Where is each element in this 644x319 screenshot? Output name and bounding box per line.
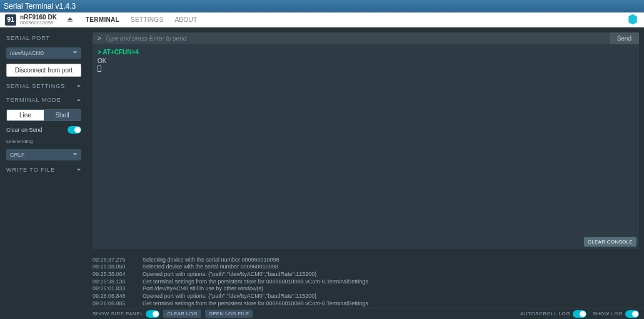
command-input[interactable] xyxy=(104,32,610,44)
sidebar: SERIAL PORT /dev/ttyACM0 Disconnect from… xyxy=(0,27,88,319)
tab-about[interactable]: ABOUT xyxy=(174,16,197,23)
side-panel-label: SHOW SIDE PANEL xyxy=(93,311,143,317)
log-line: 09:25:38.050Selected device with the ser… xyxy=(93,263,639,271)
log-line: 09:25:38.064Opened port with options: {"… xyxy=(93,271,639,278)
device-icon: 91 xyxy=(5,14,16,26)
footer-bar: SHOW SIDE PANEL CLEAR LOG OPEN LOG FILE … xyxy=(88,308,644,319)
section-serial-port[interactable]: SERIAL PORT xyxy=(6,34,81,42)
clear-console-button[interactable]: CLEAR CONSOLE xyxy=(584,237,636,247)
window-title: Serial Terminal v1.4.3 xyxy=(4,2,76,11)
section-serial-settings[interactable]: SERIAL SETTINGS xyxy=(6,82,81,91)
log-message: Get terminal settings from the persisten… xyxy=(143,300,368,308)
port-select[interactable]: /dev/ttyACM0 xyxy=(6,47,81,59)
show-log-label: SHOW LOG xyxy=(593,311,623,317)
eject-icon[interactable] xyxy=(67,16,73,24)
clear-on-send-toggle[interactable] xyxy=(68,126,81,134)
send-button[interactable]: Send xyxy=(610,32,639,44)
autoscroll-log-toggle[interactable] xyxy=(573,310,586,318)
log-time: 09:26:06.848 xyxy=(93,293,133,300)
log-line: 09:26:01.833Port /dev/ttyACM0 still in u… xyxy=(93,285,639,293)
section-terminal-mode-label: TERMINAL MODE xyxy=(6,97,61,103)
log-time: 09:26:01.833 xyxy=(93,285,133,293)
console-output[interactable]: > AT+CFUN=4 OK CLEAR CONSOLE xyxy=(93,44,639,249)
nordic-logo-icon xyxy=(626,13,639,27)
log-time: 09:25:37.275 xyxy=(93,257,133,264)
log-line: 09:25:37.275Selecting device with the se… xyxy=(93,257,639,264)
device-selector[interactable]: 91 nRF9160 DK 000960010098 xyxy=(5,14,57,26)
console-command-line: > AT+CFUN=4 xyxy=(98,48,634,57)
mode-shell-button[interactable]: Shell xyxy=(44,110,81,120)
section-write-to-file[interactable]: WRITE TO FILE xyxy=(6,165,81,174)
chevron-down-icon xyxy=(76,84,81,89)
tab-settings[interactable]: SETTINGS xyxy=(131,16,163,23)
log-line: 09:26:06.885Get terminal settings from t… xyxy=(93,300,639,308)
section-terminal-mode[interactable]: TERMINAL MODE xyxy=(6,96,81,104)
section-serial-port-label: SERIAL PORT xyxy=(6,35,50,41)
port-select-value: /dev/ttyACM0 xyxy=(10,50,44,56)
cursor-icon xyxy=(98,66,101,72)
prompt-icon: > xyxy=(93,32,104,44)
line-ending-select[interactable]: CRLF xyxy=(6,149,81,160)
disconnect-button[interactable]: Disconnect from port xyxy=(6,64,81,77)
mode-line-button[interactable]: Line xyxy=(7,110,44,120)
header-bar: 91 nRF9160 DK 000960010098 TERMINAL SETT… xyxy=(0,12,644,27)
log-message: Get terminal settings from the persisten… xyxy=(143,278,368,286)
tab-terminal[interactable]: TERMINAL xyxy=(86,16,119,23)
log-message: Selecting device with the serial number … xyxy=(143,257,279,264)
side-panel-toggle[interactable] xyxy=(146,310,159,318)
log-time: 09:25:38.050 xyxy=(93,263,133,271)
line-ending-value: CRLF xyxy=(10,152,25,158)
log-message: Port /dev/ttyACM0 still in use by other … xyxy=(143,285,263,293)
clear-log-button[interactable]: CLEAR LOG xyxy=(163,310,201,318)
tab-bar: TERMINAL SETTINGS ABOUT xyxy=(86,16,197,23)
chevron-down-icon xyxy=(73,50,78,56)
chevron-down-icon xyxy=(76,167,81,172)
log-panel[interactable]: 09:25:37.273Connected to device with the… xyxy=(88,254,644,308)
line-ending-label: Line Ending xyxy=(6,139,81,144)
mode-segmented: Line Shell xyxy=(6,109,81,121)
log-message: Opened port with options: {"path":"/dev/… xyxy=(143,293,316,300)
command-input-row: > Send xyxy=(93,32,639,44)
log-message: Selected device with the serial number 0… xyxy=(143,263,278,271)
console-response-line: OK xyxy=(98,57,634,66)
open-log-file-button[interactable]: OPEN LOG FILE xyxy=(205,310,253,318)
autoscroll-log-label: AUTOSCROLL LOG xyxy=(520,311,570,317)
log-time: 09:25:38.064 xyxy=(93,271,133,278)
section-write-to-file-label: WRITE TO FILE xyxy=(6,167,55,173)
log-time: 09:25:38.130 xyxy=(93,278,133,286)
chevron-up-icon xyxy=(76,97,81,102)
log-message: Opened port with options: {"path":"/dev/… xyxy=(143,271,316,278)
clear-on-send-label: Clear on Send xyxy=(6,127,43,133)
window-titlebar: Serial Terminal v1.4.3 xyxy=(0,0,644,12)
show-log-toggle[interactable] xyxy=(625,310,639,318)
log-line: 09:25:38.130Get terminal settings from t… xyxy=(93,278,639,286)
device-name: nRF9160 DK xyxy=(20,14,57,21)
chevron-down-icon xyxy=(73,152,78,158)
device-serial: 000960010098 xyxy=(20,21,57,26)
log-time: 09:26:06.885 xyxy=(93,300,133,308)
section-serial-settings-label: SERIAL SETTINGS xyxy=(6,83,65,89)
log-line: 09:26:06.848Opened port with options: {"… xyxy=(93,293,639,300)
